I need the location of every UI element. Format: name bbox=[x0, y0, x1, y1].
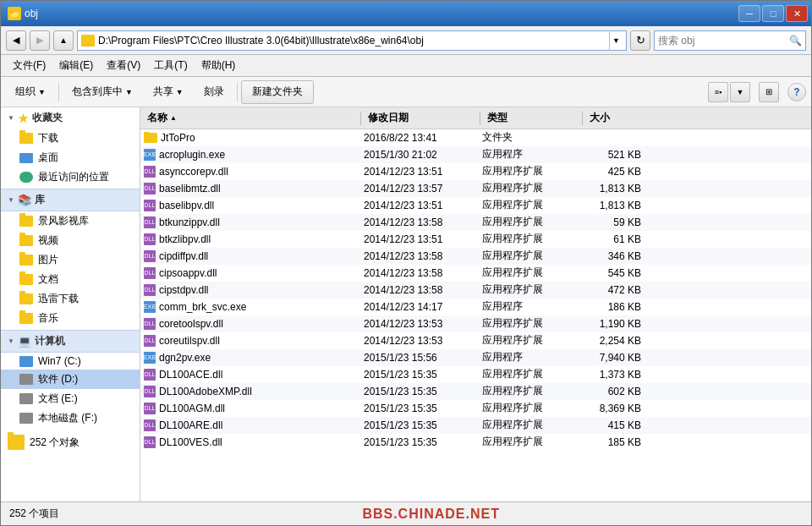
sidebar-item-win7[interactable]: Win7 (C:) bbox=[1, 353, 140, 370]
sidebar-folder-icon bbox=[8, 435, 25, 450]
sidebar-item-recent[interactable]: 最近访问的位置 bbox=[1, 167, 140, 187]
minimize-button[interactable]: ─ bbox=[738, 5, 760, 22]
forward-button[interactable]: ▶ bbox=[30, 30, 50, 51]
menu-help[interactable]: 帮助(H) bbox=[195, 57, 243, 74]
sidebar-item-movies[interactable]: 景风影视库 bbox=[1, 211, 140, 231]
maximize-button[interactable]: □ bbox=[762, 5, 784, 22]
sidebar-item-downloads[interactable]: 下载 bbox=[1, 129, 140, 148]
cell-size: 545 KB bbox=[580, 267, 648, 279]
back-button[interactable]: ◀ bbox=[6, 30, 26, 51]
search-box[interactable]: 🔍 bbox=[654, 30, 806, 51]
view-list-dropdown-button[interactable]: ▼ bbox=[730, 82, 750, 102]
local-disk-icon bbox=[19, 413, 33, 424]
table-row[interactable]: DLL btkzlibpv.dll 2014/12/23 13:51 应用程序扩… bbox=[140, 231, 811, 248]
menu-tools[interactable]: 工具(T) bbox=[147, 57, 194, 74]
add-to-library-button[interactable]: 包含到库中 ▼ bbox=[63, 80, 142, 104]
sidebar-item-software[interactable]: 软件 (D:) bbox=[1, 370, 140, 389]
sidebar-item-music[interactable]: 音乐 bbox=[1, 309, 140, 328]
dll-icon: DLL bbox=[144, 250, 156, 262]
dll-icon: DLL bbox=[144, 233, 156, 245]
status-bar: 252 个项目 BBS.CHINADE.NET bbox=[1, 501, 811, 525]
computer-section: ▼ 💻 计算机 Win7 (C:) 软件 (D:) 文档 (E:) bbox=[1, 330, 140, 428]
dll-icon: DLL bbox=[144, 436, 156, 448]
col-header-name[interactable]: 名称 ▲ bbox=[140, 111, 360, 125]
table-row[interactable]: DLL cipstdpv.dll 2014/12/23 13:58 应用程序扩展… bbox=[140, 282, 811, 299]
menu-edit[interactable]: 编辑(E) bbox=[52, 57, 100, 74]
up-button[interactable]: ▲ bbox=[53, 30, 74, 51]
burn-button[interactable]: 刻录 bbox=[195, 80, 233, 104]
organize-button[interactable]: 组织 ▼ bbox=[6, 80, 55, 104]
movies-label: 景风影视库 bbox=[38, 214, 89, 228]
dll-icon: DLL bbox=[144, 369, 156, 381]
table-row[interactable]: DLL coreutilspv.dll 2014/12/23 13:53 应用程… bbox=[140, 332, 811, 349]
title-bar-left: 📁 obj bbox=[8, 7, 38, 20]
exe-icon: EXE bbox=[144, 352, 156, 364]
new-folder-button[interactable]: 新建文件夹 bbox=[241, 80, 314, 104]
sidebar-item-videos[interactable]: 视频 bbox=[1, 231, 140, 250]
cell-size: 521 KB bbox=[580, 149, 648, 161]
sidebar-item-pictures[interactable]: 图片 bbox=[1, 250, 140, 270]
help-button[interactable]: ? bbox=[787, 83, 806, 101]
col-type-label: 类型 bbox=[487, 111, 508, 125]
menu-bar: 文件(F) 编辑(E) 查看(V) 工具(T) 帮助(H) bbox=[1, 55, 811, 77]
search-input[interactable] bbox=[658, 35, 789, 47]
col-header-type[interactable]: 类型 bbox=[480, 111, 582, 125]
filename-text: btkunzippv.dll bbox=[159, 216, 220, 228]
organize-dropdown-icon: ▼ bbox=[38, 88, 46, 96]
menu-view[interactable]: 查看(V) bbox=[100, 57, 147, 74]
table-row[interactable]: EXE dgn2pv.exe 2015/1/23 15:56 应用程序 7,94… bbox=[140, 349, 811, 366]
address-dropdown-btn[interactable]: ▼ bbox=[609, 30, 623, 51]
favorites-header[interactable]: ▼ ★ 收藏夹 bbox=[1, 107, 140, 129]
refresh-button[interactable]: ↻ bbox=[630, 30, 650, 51]
sidebar-item-desktop[interactable]: 桌面 bbox=[1, 148, 140, 167]
menu-file[interactable]: 文件(F) bbox=[6, 57, 52, 74]
table-row[interactable]: DLL btkunzippv.dll 2014/12/23 13:58 应用程序… bbox=[140, 214, 811, 231]
filename-text: DL100ARE.dll bbox=[159, 419, 222, 431]
table-row[interactable]: DLL baselibmtz.dll 2014/12/23 13:57 应用程序… bbox=[140, 180, 811, 197]
computer-icon: 💻 bbox=[18, 335, 31, 348]
cell-filename: DLL baselibpv.dll bbox=[140, 200, 360, 211]
sidebar-item-documents[interactable]: 文档 bbox=[1, 270, 140, 289]
dll-icon: DLL bbox=[144, 403, 156, 414]
status-items: 252 个项目 bbox=[9, 507, 59, 521]
close-button[interactable]: ✕ bbox=[786, 5, 808, 22]
cell-date: 2014/12/23 13:51 bbox=[360, 166, 479, 178]
library-header[interactable]: ▼ 📚 库 bbox=[1, 189, 140, 211]
table-row[interactable]: DLL coretoolspv.dll 2014/12/23 13:53 应用程… bbox=[140, 315, 811, 332]
table-row[interactable]: DLL cipdiffpv.dll 2014/12/23 13:58 应用程序扩… bbox=[140, 248, 811, 265]
col-header-size[interactable]: 大小 bbox=[583, 111, 650, 125]
table-row[interactable]: DLL DL100AdobeXMP.dll 2015/1/23 15:35 应用… bbox=[140, 383, 811, 400]
thunder-label: 迅雷下载 bbox=[38, 292, 79, 306]
sidebar-item-documents-drive[interactable]: 文档 (E:) bbox=[1, 389, 140, 408]
view-details-button[interactable]: ≡▪ bbox=[708, 82, 728, 102]
toolbar: 组织 ▼ 包含到库中 ▼ 共享 ▼ 刻录 新建文件夹 ≡▪ ▼ ⊞ ? bbox=[1, 77, 811, 107]
table-row[interactable]: DLL DL100VES.dll 2015/1/23 15:35 应用程序扩展 … bbox=[140, 434, 811, 451]
table-row[interactable]: EXE comm_brk_svc.exe 2014/12/23 14:17 应用… bbox=[140, 299, 811, 315]
sidebar-item-local-disk[interactable]: 本地磁盘 (F:) bbox=[1, 408, 140, 428]
table-row[interactable]: DLL cipsoappv.dll 2014/12/23 13:58 应用程序扩… bbox=[140, 265, 811, 282]
computer-header[interactable]: ▼ 💻 计算机 bbox=[1, 330, 140, 353]
toolbar-sep-1 bbox=[58, 83, 59, 101]
sidebar-item-thunder[interactable]: 迅雷下载 bbox=[1, 289, 140, 309]
table-row[interactable]: JtToPro 2016/8/22 13:41 文件夹 bbox=[140, 129, 811, 146]
sidebar-count: 252 个对象 bbox=[30, 436, 80, 450]
table-row[interactable]: EXE acroplugin.exe 2015/1/30 21:02 应用程序 … bbox=[140, 146, 811, 163]
cell-filename: DLL cipstdpv.dll bbox=[140, 284, 360, 296]
col-modified-label: 修改日期 bbox=[368, 111, 409, 125]
cell-filename: DLL DL100ACE.dll bbox=[140, 369, 360, 381]
music-label: 音乐 bbox=[38, 311, 58, 326]
main-content: ▼ ★ 收藏夹 下载 桌面 最近访问的位置 bbox=[1, 107, 811, 501]
cell-type: 应用程序扩展 bbox=[479, 198, 580, 212]
table-row[interactable]: DLL asynccorepv.dll 2014/12/23 13:51 应用程… bbox=[140, 163, 811, 180]
col-header-modified[interactable]: 修改日期 bbox=[361, 111, 480, 125]
cell-date: 2014/12/23 13:58 bbox=[360, 216, 479, 228]
table-row[interactable]: DLL DL100ARE.dll 2015/1/23 15:35 应用程序扩展 … bbox=[140, 417, 811, 434]
cell-filename: EXE acroplugin.exe bbox=[140, 149, 360, 161]
table-row[interactable]: DLL DL100ACE.dll 2015/1/23 15:35 应用程序扩展 … bbox=[140, 366, 811, 383]
share-button[interactable]: 共享 ▼ bbox=[144, 80, 193, 104]
table-row[interactable]: DLL baselibpv.dll 2014/12/23 13:51 应用程序扩… bbox=[140, 197, 811, 214]
table-row[interactable]: DLL DL100AGM.dll 2015/1/23 15:35 应用程序扩展 … bbox=[140, 400, 811, 417]
address-input-wrap[interactable]: D:\Program Files\PTC\Creo Illustrate 3.0… bbox=[77, 30, 627, 51]
filename-text: coreutilspv.dll bbox=[159, 335, 220, 347]
view-large-icon-button[interactable]: ⊞ bbox=[759, 82, 779, 102]
